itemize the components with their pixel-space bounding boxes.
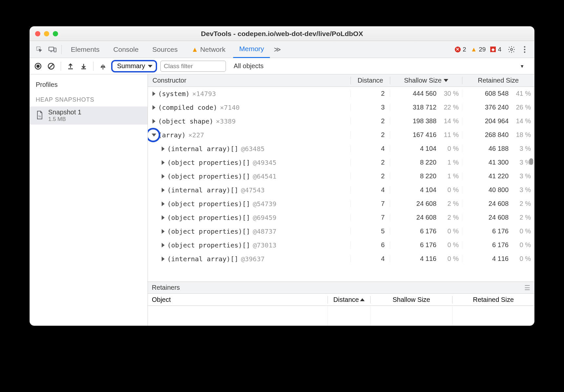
- warning-icon: ▲: [191, 46, 198, 53]
- shallow-value: 167 41611 %: [390, 131, 462, 139]
- table-row[interactable]: (object properties)[] @69459724 6082 %24…: [148, 211, 534, 225]
- col-constructor[interactable]: Constructor: [148, 77, 351, 84]
- constructor-suffix: @48737: [253, 227, 276, 235]
- retcol-shallow[interactable]: Shallow Size: [370, 296, 452, 304]
- device-icon[interactable]: [47, 44, 58, 55]
- rows-container: (system) ×147932444 56030 %608 54841 %(c…: [148, 87, 534, 282]
- menu-icon[interactable]: ☰: [524, 284, 530, 292]
- table-row[interactable]: (internal array)[] @3963744 1160 %4 1160…: [148, 252, 534, 266]
- tab-memory[interactable]: Memory: [233, 41, 270, 58]
- retained-value: 41 3003 %: [462, 159, 534, 166]
- table-row[interactable]: (internal array)[] @4754344 1040 %40 800…: [148, 183, 534, 197]
- snapshot-name: Snapshot 1: [48, 108, 81, 116]
- constructor-suffix: @73013: [253, 241, 276, 249]
- retained-value: 268 84018 %: [462, 131, 534, 139]
- retainers-header[interactable]: Retainers ☰: [148, 282, 534, 293]
- snapshot-item[interactable]: % Snapshot 1 1.5 MB: [30, 107, 148, 125]
- svg-point-3: [511, 49, 513, 50]
- tab-network[interactable]: ▲ Network: [186, 41, 232, 58]
- chevron-right-icon[interactable]: [162, 188, 165, 192]
- chevron-right-icon[interactable]: [162, 174, 165, 179]
- distance-value: 5: [351, 227, 390, 235]
- distance-value: 7: [351, 214, 390, 221]
- chevron-right-icon[interactable]: [162, 257, 165, 261]
- constructor-suffix: @49345: [253, 159, 276, 167]
- chevron-right-icon[interactable]: [162, 215, 165, 220]
- download-icon[interactable]: [79, 61, 89, 71]
- table-row[interactable]: (object properties)[] @4873756 1760 %6 1…: [148, 225, 534, 238]
- chevron-down-icon[interactable]: ▼: [520, 64, 524, 69]
- retained-value: 24 6082 %: [462, 200, 534, 207]
- table-row[interactable]: (object properties)[] @54739724 6082 %24…: [148, 197, 534, 211]
- table-row[interactable]: (object shape) ×33892198 38814 %204 9641…: [148, 114, 534, 128]
- issue-count[interactable]: ◆ 4: [490, 46, 501, 53]
- table-row[interactable]: (system) ×147932444 56030 %608 54841 %: [148, 87, 534, 101]
- table-row[interactable]: (object properties)[] @6454128 2201 %41 …: [148, 169, 534, 183]
- table-row[interactable]: (object properties)[] @7301366 1760 %6 1…: [148, 238, 534, 252]
- record-icon[interactable]: [33, 61, 43, 71]
- constructor-suffix: @54739: [253, 200, 276, 208]
- tab-elements[interactable]: Elements: [65, 41, 106, 58]
- svg-point-8: [36, 65, 40, 68]
- chevron-right-icon[interactable]: [162, 229, 165, 234]
- constructor-name: (internal array)[]: [167, 186, 238, 194]
- chevron-down-icon[interactable]: [152, 133, 156, 136]
- shallow-value: 24 6082 %: [390, 214, 462, 221]
- perspective-select[interactable]: Summary: [111, 60, 157, 72]
- gear-icon[interactable]: [506, 44, 517, 55]
- chevron-right-icon[interactable]: [162, 147, 165, 151]
- retained-value: 6 1760 %: [462, 227, 534, 235]
- retcol-distance[interactable]: Distance: [328, 296, 370, 304]
- table-row[interactable]: (object properties)[] @4934528 2201 %41 …: [148, 156, 534, 169]
- constructor-name: (object properties)[]: [167, 200, 250, 208]
- sort-up-icon: [360, 298, 365, 301]
- tab-console[interactable]: Console: [108, 41, 145, 58]
- window-title: DevTools - codepen.io/web-dot-dev/live/P…: [30, 30, 534, 38]
- scope-select[interactable]: All objects: [229, 62, 517, 70]
- inspect-icon[interactable]: [34, 44, 45, 55]
- error-count[interactable]: ✕ 2: [455, 46, 466, 53]
- upload-icon[interactable]: [66, 61, 75, 71]
- col-retained[interactable]: Retained Size: [462, 77, 534, 84]
- class-filter-input[interactable]: [160, 61, 226, 72]
- warning-count[interactable]: ▲ 29: [471, 46, 486, 53]
- chevron-right-icon[interactable]: [152, 91, 155, 96]
- table-row[interactable]: (compiled code) ×71403318 71222 %376 240…: [148, 101, 534, 114]
- distance-value: 4: [351, 255, 390, 263]
- gc-icon[interactable]: [98, 61, 108, 71]
- chevron-right-icon[interactable]: [162, 160, 165, 165]
- shallow-value: 8 2201 %: [390, 159, 462, 166]
- col-distance[interactable]: Distance: [351, 77, 390, 84]
- retcol-object[interactable]: Object: [148, 296, 328, 304]
- constructor-suffix: ×14793: [192, 90, 216, 98]
- table-row[interactable]: (array) ×2272167 41611 %268 84018 %: [148, 128, 534, 142]
- tab-more[interactable]: ≫: [272, 41, 283, 58]
- constructor-suffix: @64541: [253, 172, 276, 180]
- constructor-name: (internal array)[]: [167, 255, 238, 263]
- col-shallow[interactable]: Shallow Size: [390, 77, 462, 84]
- table-row[interactable]: (internal array)[] @6348544 1040 %46 188…: [148, 142, 534, 156]
- chevron-right-icon[interactable]: [162, 243, 165, 247]
- clear-icon[interactable]: [46, 61, 56, 71]
- svg-point-5: [524, 49, 526, 50]
- chevron-right-icon[interactable]: [152, 119, 155, 124]
- retained-value: 204 96414 %: [462, 117, 534, 125]
- snapshot-size: 1.5 MB: [48, 116, 81, 123]
- retcol-retained[interactable]: Retained Size: [452, 296, 534, 304]
- shallow-value: 6 1760 %: [390, 227, 462, 235]
- shallow-value: 24 6082 %: [390, 200, 462, 207]
- tab-sources[interactable]: Sources: [147, 41, 184, 58]
- issue-count-value: 4: [498, 46, 501, 53]
- scrollbar-thumb[interactable]: [529, 158, 533, 165]
- chevron-right-icon[interactable]: [152, 105, 155, 110]
- retained-value: 40 8003 %: [462, 186, 534, 194]
- grid-header: Constructor Distance Shallow Size Retain…: [148, 74, 534, 87]
- perspective-value: Summary: [117, 62, 145, 70]
- constructor-name: (internal array)[]: [167, 145, 238, 153]
- chevron-right-icon[interactable]: [162, 202, 165, 206]
- constructor-name: (object properties)[]: [167, 159, 250, 167]
- shallow-value: 318 71222 %: [390, 104, 462, 111]
- col-shallow-label: Shallow Size: [404, 77, 442, 84]
- kebab-icon[interactable]: [519, 44, 530, 55]
- distance-value: 2: [351, 159, 390, 166]
